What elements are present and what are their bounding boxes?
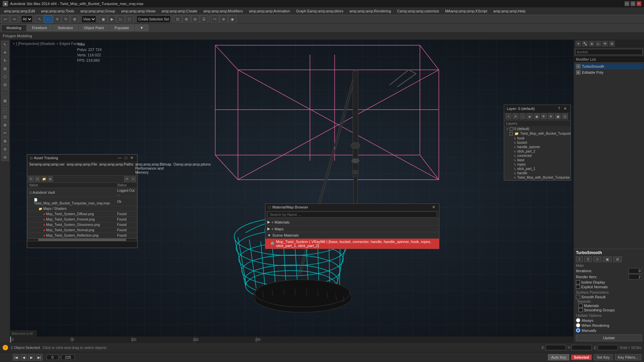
layer-item-stick-part-2[interactable]: ↳ stick_part_2 [505, 149, 570, 154]
sidebar-shell-icon[interactable]: ⊘ [1, 145, 9, 153]
layers-highlight-btn[interactable]: ◉ [534, 113, 540, 119]
redo-icon[interactable]: ↪ [10, 15, 18, 23]
window-controls[interactable]: — □ ✕ [625, 1, 641, 6]
layers-freeze-btn[interactable]: ❄ [548, 113, 554, 119]
selection-filter-dropdown[interactable]: All [21, 15, 33, 23]
layer-item-stick-part-1[interactable]: ↳ stick_part_1 [505, 167, 570, 171]
ts-iterations-input[interactable] [629, 268, 642, 274]
motion-tab-icon[interactable]: ▷ [595, 41, 601, 47]
menu-customize[interactable]: Camp;amp;amp;ustomize [394, 8, 442, 14]
sidebar-border-icon[interactable]: ⊠ [1, 97, 9, 105]
set-key-button[interactable]: Set Key [594, 354, 613, 360]
menu-help[interactable]: amp;amp;amp;Help [491, 8, 528, 14]
schematic-icon[interactable]: ⊛ [220, 15, 228, 23]
rotate-icon[interactable]: ↻ [62, 15, 70, 23]
timeline-track[interactable]: 0 50 100 150 200 [10, 337, 574, 343]
tab-modeling[interactable]: Modeling [1, 24, 26, 31]
asset-row-vault[interactable]: ⊡ Autodesk Vault Logged Out ... [27, 188, 137, 197]
modify-tab-icon[interactable]: 🔧 [582, 41, 588, 47]
material-panel-close-btn[interactable]: ✕ [431, 205, 436, 209]
layers-hide-btn[interactable]: 👁 [541, 113, 547, 119]
color-clipboard-icon[interactable]: ◉ [228, 15, 236, 23]
asset-row-max[interactable]: 📄 Twist_Mop_with_Bucket_Turquoise_max_vr… [27, 197, 137, 206]
asset-select-btn[interactable]: ⊠ [48, 176, 53, 182]
render-setup-icon[interactable]: ▣ [99, 15, 107, 23]
asset-folder-btn[interactable]: 📁 [41, 176, 47, 182]
display-tab-icon[interactable]: 👁 [602, 41, 608, 47]
tab-extra[interactable]: ▼ [135, 24, 149, 31]
layers-delete-btn[interactable]: ✕ [513, 113, 519, 119]
menu-tools[interactable]: amp;amp;amp;Tools [38, 8, 77, 14]
asset-row-normal[interactable]: ■ Mop_Twist_System_Normal.png Found [27, 228, 137, 233]
asset-refresh-btn-2[interactable]: ↺ [124, 176, 129, 182]
curve-editor-icon[interactable]: 〜 [211, 15, 219, 23]
ts-materials-checkbox[interactable] [579, 304, 583, 308]
layer-item-twist-mop-2[interactable]: ↳ Twist_Mop_with_Bucket_Turquoise [505, 175, 570, 180]
sidebar-scale-icon[interactable]: ⊞ [1, 65, 9, 72]
material-search-input[interactable] [267, 212, 437, 218]
layer-item-handle-spinner[interactable]: ↳ handle_spinner [505, 145, 570, 149]
modifier-item-turbomooth[interactable]: T TurboSmooth [575, 63, 643, 69]
layer-item-hook[interactable]: ↳ hook [505, 136, 570, 140]
object-search-input[interactable] [575, 49, 643, 55]
asset-scrollbar-thumb[interactable] [38, 239, 126, 241]
move-icon[interactable]: ✛ [53, 15, 61, 23]
ts-explicit-normals-checkbox[interactable] [576, 285, 580, 289]
sidebar-element-icon[interactable]: ⬚ [1, 105, 9, 113]
ts-always-radio[interactable] [576, 318, 580, 322]
tab-populate[interactable]: Populate [109, 24, 134, 31]
prev-frame-btn[interactable]: |◀ [13, 354, 19, 361]
x-input[interactable] [546, 345, 566, 350]
material-editor-icon[interactable]: ⬡ [125, 15, 133, 23]
ts-tab-5[interactable]: ⊞ [613, 256, 622, 262]
layers-select-btn[interactable]: ◈ [527, 113, 533, 119]
close-button[interactable]: ✕ [637, 1, 641, 6]
sidebar-select-icon[interactable]: ↖ [1, 41, 9, 48]
material-section-scene[interactable]: ▼ Scene Materials [265, 232, 439, 239]
menu-create[interactable]: amp;amp;amp;Create [159, 8, 200, 14]
sidebar-bridge-icon[interactable]: ⊕ [1, 137, 9, 145]
sidebar-chamfer-icon[interactable]: ⊗ [1, 121, 9, 129]
tab-freeform[interactable]: Freeform [27, 24, 52, 31]
undo-icon[interactable]: ↩ [1, 15, 9, 23]
sidebar-cut-icon[interactable]: ✂ [1, 129, 9, 137]
ts-tab-3[interactable]: ≡ [593, 256, 601, 262]
asset-minimize-btn[interactable]: — [117, 156, 123, 160]
menu-graph-editors[interactable]: Graph Eamp;amp;amp;ditors [293, 8, 346, 14]
ts-isoline-checkbox[interactable] [576, 280, 580, 284]
asset-menu-paths[interactable]: amp;amp;amp;Paths [99, 162, 133, 174]
layer-item-connector[interactable]: ↳ connector [505, 154, 570, 158]
menu-group[interactable]: amp;amp;amp;Group [77, 8, 118, 14]
asset-menu-server[interactable]: Seramp;amp;amp;ver [29, 162, 65, 174]
layer-item-base[interactable]: ↳ base [505, 158, 570, 162]
total-frames-input[interactable] [61, 355, 75, 360]
sidebar-connect-icon[interactable]: ⊡ [1, 113, 9, 121]
modifier-item-editable-poly[interactable]: E Editable Poly [575, 69, 643, 75]
layer-item-handle[interactable]: ↳ handle [505, 171, 570, 175]
sidebar-sym-icon[interactable]: ⊖ [1, 154, 9, 161]
select-region-icon[interactable]: ⬚ [44, 15, 52, 23]
asset-row-diffuse[interactable]: ■ Mop_Twist_System_Diffuse.png Found [27, 212, 137, 217]
select-icon[interactable]: ↖ [36, 15, 44, 23]
minimize-button[interactable]: — [625, 1, 629, 6]
play-back-btn[interactable]: ◀ [20, 354, 27, 361]
ts-smoothing-groups-checkbox[interactable] [579, 308, 583, 312]
ts-tab-2[interactable]: II [584, 256, 592, 262]
asset-row-fresnel[interactable]: ■ Mop_Twist_System_Fresnel.png Found [27, 217, 137, 222]
current-frame-input[interactable] [47, 355, 58, 360]
asset-resolve-btn[interactable]: ⊡ [35, 176, 40, 182]
menu-animation[interactable]: amp;amp;amp;Animation [246, 8, 292, 14]
ts-tab-1[interactable]: I [576, 256, 583, 262]
viewport-type-dropdown[interactable]: View [82, 15, 96, 23]
layer-item-bucket[interactable]: ↳ bucket [505, 140, 570, 145]
layer-manager-icon[interactable]: ☰ [200, 15, 208, 23]
layer-item-ropes[interactable]: ↳ ropes [505, 162, 570, 167]
layer-item-default[interactable]: ✓ 0 (default) [505, 127, 570, 131]
asset-maximize-btn[interactable]: □ [124, 156, 128, 160]
menu-rendering[interactable]: amp;amp;amp;Rendering [347, 8, 394, 14]
asset-view-btn[interactable]: ≡ [130, 176, 136, 182]
material-item-mop-twist[interactable]: Mop_Twist_System ( VRayMtl ) [base, buck… [265, 239, 439, 249]
tab-selection[interactable]: Selection [53, 24, 78, 31]
asset-menu-file[interactable]: amp;amp;amp;File [67, 162, 97, 174]
sidebar-move-icon[interactable]: ✛ [1, 49, 9, 56]
